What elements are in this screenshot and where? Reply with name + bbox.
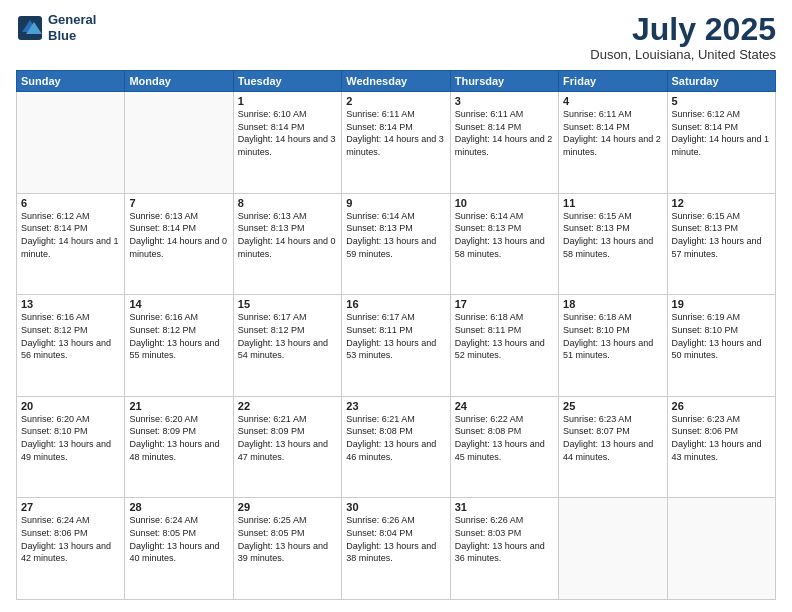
- location: Duson, Louisiana, United States: [590, 47, 776, 62]
- calendar-week-3: 20Sunrise: 6:20 AM Sunset: 8:10 PM Dayli…: [17, 396, 776, 498]
- day-number: 6: [21, 197, 120, 209]
- day-info: Sunrise: 6:11 AM Sunset: 8:14 PM Dayligh…: [455, 108, 554, 158]
- day-info: Sunrise: 6:20 AM Sunset: 8:10 PM Dayligh…: [21, 413, 120, 463]
- calendar-cell: 1Sunrise: 6:10 AM Sunset: 8:14 PM Daylig…: [233, 92, 341, 194]
- calendar-cell: [125, 92, 233, 194]
- day-number: 27: [21, 501, 120, 513]
- calendar-cell: 6Sunrise: 6:12 AM Sunset: 8:14 PM Daylig…: [17, 193, 125, 295]
- calendar-cell: [17, 92, 125, 194]
- calendar-cell: 15Sunrise: 6:17 AM Sunset: 8:12 PM Dayli…: [233, 295, 341, 397]
- day-info: Sunrise: 6:14 AM Sunset: 8:13 PM Dayligh…: [455, 210, 554, 260]
- calendar-header-friday: Friday: [559, 71, 667, 92]
- calendar-cell: 21Sunrise: 6:20 AM Sunset: 8:09 PM Dayli…: [125, 396, 233, 498]
- day-number: 11: [563, 197, 662, 209]
- calendar-cell: 9Sunrise: 6:14 AM Sunset: 8:13 PM Daylig…: [342, 193, 450, 295]
- day-info: Sunrise: 6:18 AM Sunset: 8:11 PM Dayligh…: [455, 311, 554, 361]
- calendar-week-1: 6Sunrise: 6:12 AM Sunset: 8:14 PM Daylig…: [17, 193, 776, 295]
- day-number: 21: [129, 400, 228, 412]
- day-number: 29: [238, 501, 337, 513]
- day-number: 3: [455, 95, 554, 107]
- day-number: 19: [672, 298, 771, 310]
- day-info: Sunrise: 6:16 AM Sunset: 8:12 PM Dayligh…: [129, 311, 228, 361]
- day-info: Sunrise: 6:13 AM Sunset: 8:13 PM Dayligh…: [238, 210, 337, 260]
- day-number: 17: [455, 298, 554, 310]
- day-info: Sunrise: 6:18 AM Sunset: 8:10 PM Dayligh…: [563, 311, 662, 361]
- day-info: Sunrise: 6:26 AM Sunset: 8:03 PM Dayligh…: [455, 514, 554, 564]
- day-number: 28: [129, 501, 228, 513]
- calendar-cell: 16Sunrise: 6:17 AM Sunset: 8:11 PM Dayli…: [342, 295, 450, 397]
- day-info: Sunrise: 6:17 AM Sunset: 8:12 PM Dayligh…: [238, 311, 337, 361]
- calendar-cell: 3Sunrise: 6:11 AM Sunset: 8:14 PM Daylig…: [450, 92, 558, 194]
- calendar-cell: 20Sunrise: 6:20 AM Sunset: 8:10 PM Dayli…: [17, 396, 125, 498]
- calendar-cell: 10Sunrise: 6:14 AM Sunset: 8:13 PM Dayli…: [450, 193, 558, 295]
- day-number: 13: [21, 298, 120, 310]
- day-number: 10: [455, 197, 554, 209]
- calendar-cell: 18Sunrise: 6:18 AM Sunset: 8:10 PM Dayli…: [559, 295, 667, 397]
- day-info: Sunrise: 6:16 AM Sunset: 8:12 PM Dayligh…: [21, 311, 120, 361]
- calendar-cell: 30Sunrise: 6:26 AM Sunset: 8:04 PM Dayli…: [342, 498, 450, 600]
- day-info: Sunrise: 6:12 AM Sunset: 8:14 PM Dayligh…: [672, 108, 771, 158]
- calendar-table: SundayMondayTuesdayWednesdayThursdayFrid…: [16, 70, 776, 600]
- calendar-cell: 5Sunrise: 6:12 AM Sunset: 8:14 PM Daylig…: [667, 92, 775, 194]
- calendar-cell: 14Sunrise: 6:16 AM Sunset: 8:12 PM Dayli…: [125, 295, 233, 397]
- day-number: 8: [238, 197, 337, 209]
- day-number: 22: [238, 400, 337, 412]
- day-number: 5: [672, 95, 771, 107]
- calendar-cell: 22Sunrise: 6:21 AM Sunset: 8:09 PM Dayli…: [233, 396, 341, 498]
- logo-line1: General: [48, 12, 96, 28]
- day-info: Sunrise: 6:15 AM Sunset: 8:13 PM Dayligh…: [563, 210, 662, 260]
- day-number: 31: [455, 501, 554, 513]
- header: General Blue July 2025 Duson, Louisiana,…: [16, 12, 776, 62]
- calendar-cell: 7Sunrise: 6:13 AM Sunset: 8:14 PM Daylig…: [125, 193, 233, 295]
- day-info: Sunrise: 6:11 AM Sunset: 8:14 PM Dayligh…: [563, 108, 662, 158]
- calendar-cell: 13Sunrise: 6:16 AM Sunset: 8:12 PM Dayli…: [17, 295, 125, 397]
- calendar-cell: 11Sunrise: 6:15 AM Sunset: 8:13 PM Dayli…: [559, 193, 667, 295]
- calendar-cell: 12Sunrise: 6:15 AM Sunset: 8:13 PM Dayli…: [667, 193, 775, 295]
- calendar-cell: 25Sunrise: 6:23 AM Sunset: 8:07 PM Dayli…: [559, 396, 667, 498]
- logo-icon: [16, 14, 44, 42]
- calendar-cell: 17Sunrise: 6:18 AM Sunset: 8:11 PM Dayli…: [450, 295, 558, 397]
- calendar-header-row: SundayMondayTuesdayWednesdayThursdayFrid…: [17, 71, 776, 92]
- day-number: 4: [563, 95, 662, 107]
- calendar-cell: 19Sunrise: 6:19 AM Sunset: 8:10 PM Dayli…: [667, 295, 775, 397]
- calendar-cell: 31Sunrise: 6:26 AM Sunset: 8:03 PM Dayli…: [450, 498, 558, 600]
- day-info: Sunrise: 6:10 AM Sunset: 8:14 PM Dayligh…: [238, 108, 337, 158]
- calendar-cell: 23Sunrise: 6:21 AM Sunset: 8:08 PM Dayli…: [342, 396, 450, 498]
- calendar-cell: 8Sunrise: 6:13 AM Sunset: 8:13 PM Daylig…: [233, 193, 341, 295]
- calendar-header-monday: Monday: [125, 71, 233, 92]
- day-number: 15: [238, 298, 337, 310]
- day-number: 7: [129, 197, 228, 209]
- day-info: Sunrise: 6:20 AM Sunset: 8:09 PM Dayligh…: [129, 413, 228, 463]
- day-info: Sunrise: 6:24 AM Sunset: 8:06 PM Dayligh…: [21, 514, 120, 564]
- calendar-cell: 28Sunrise: 6:24 AM Sunset: 8:05 PM Dayli…: [125, 498, 233, 600]
- calendar-header-thursday: Thursday: [450, 71, 558, 92]
- title-block: July 2025 Duson, Louisiana, United State…: [590, 12, 776, 62]
- day-info: Sunrise: 6:23 AM Sunset: 8:07 PM Dayligh…: [563, 413, 662, 463]
- day-number: 24: [455, 400, 554, 412]
- day-number: 2: [346, 95, 445, 107]
- calendar-header-wednesday: Wednesday: [342, 71, 450, 92]
- day-info: Sunrise: 6:23 AM Sunset: 8:06 PM Dayligh…: [672, 413, 771, 463]
- page: General Blue July 2025 Duson, Louisiana,…: [0, 0, 792, 612]
- calendar-cell: 4Sunrise: 6:11 AM Sunset: 8:14 PM Daylig…: [559, 92, 667, 194]
- day-number: 30: [346, 501, 445, 513]
- day-info: Sunrise: 6:15 AM Sunset: 8:13 PM Dayligh…: [672, 210, 771, 260]
- calendar-cell: 26Sunrise: 6:23 AM Sunset: 8:06 PM Dayli…: [667, 396, 775, 498]
- calendar-header-sunday: Sunday: [17, 71, 125, 92]
- day-info: Sunrise: 6:19 AM Sunset: 8:10 PM Dayligh…: [672, 311, 771, 361]
- calendar-cell: [667, 498, 775, 600]
- calendar-cell: 27Sunrise: 6:24 AM Sunset: 8:06 PM Dayli…: [17, 498, 125, 600]
- day-number: 26: [672, 400, 771, 412]
- day-info: Sunrise: 6:25 AM Sunset: 8:05 PM Dayligh…: [238, 514, 337, 564]
- day-number: 20: [21, 400, 120, 412]
- day-number: 25: [563, 400, 662, 412]
- day-info: Sunrise: 6:22 AM Sunset: 8:08 PM Dayligh…: [455, 413, 554, 463]
- calendar-cell: 29Sunrise: 6:25 AM Sunset: 8:05 PM Dayli…: [233, 498, 341, 600]
- day-info: Sunrise: 6:14 AM Sunset: 8:13 PM Dayligh…: [346, 210, 445, 260]
- day-info: Sunrise: 6:11 AM Sunset: 8:14 PM Dayligh…: [346, 108, 445, 158]
- calendar-week-0: 1Sunrise: 6:10 AM Sunset: 8:14 PM Daylig…: [17, 92, 776, 194]
- day-number: 14: [129, 298, 228, 310]
- calendar-cell: [559, 498, 667, 600]
- day-info: Sunrise: 6:12 AM Sunset: 8:14 PM Dayligh…: [21, 210, 120, 260]
- day-number: 1: [238, 95, 337, 107]
